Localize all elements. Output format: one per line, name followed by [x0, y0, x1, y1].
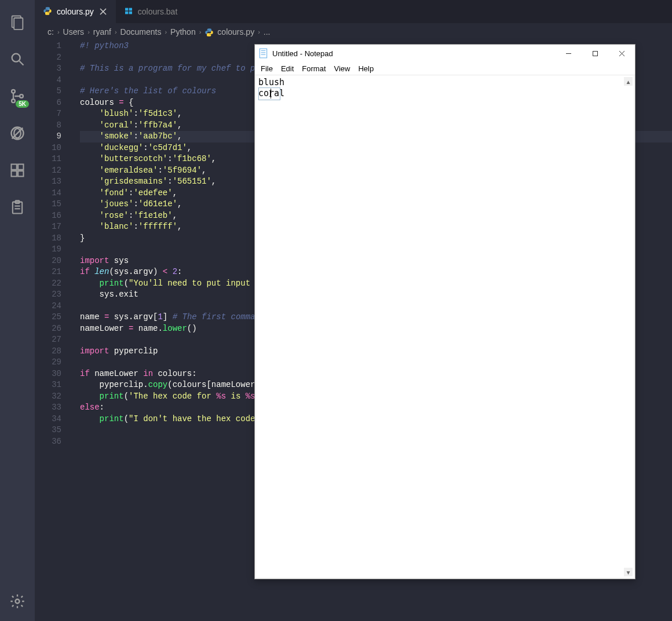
chevron-right-icon: › — [115, 28, 117, 35]
extensions-icon[interactable] — [3, 156, 31, 184]
ibeam-cursor-icon: I — [269, 88, 272, 100]
scm-badge: 5K — [16, 100, 29, 108]
bc-tail[interactable]: ... — [264, 27, 271, 36]
close-button[interactable] — [608, 45, 635, 62]
svg-rect-21 — [125, 8, 128, 10]
text-cursor-selection: I — [258, 87, 280, 100]
windows-file-icon — [124, 6, 133, 17]
svg-rect-30 — [593, 51, 597, 56]
notepad-textarea[interactable]: blush I coral ▴ ▾ — [255, 76, 634, 578]
menu-file[interactable]: File — [257, 63, 276, 74]
bc-seg[interactable]: c: — [48, 27, 54, 36]
menu-format[interactable]: Format — [298, 63, 329, 74]
notepad-window[interactable]: Untitled - Notepad File Edit Format View… — [254, 44, 636, 579]
source-control-icon[interactable]: 5K — [3, 82, 31, 110]
tab-label: colours.bat — [138, 7, 177, 16]
notepad-app-icon — [258, 48, 269, 59]
chevron-right-icon: › — [199, 28, 202, 35]
debug-disabled-icon[interactable] — [3, 119, 31, 147]
chevron-right-icon: › — [165, 28, 167, 35]
svg-rect-11 — [12, 171, 17, 176]
notepad-menubar: File Edit Format View Help — [255, 62, 635, 75]
python-file-icon — [204, 27, 214, 36]
menu-help[interactable]: Help — [355, 63, 377, 74]
notepad-titlebar[interactable]: Untitled - Notepad — [255, 45, 635, 62]
bc-seg[interactable]: Users — [63, 27, 85, 36]
activity-bar: 5K — [0, 0, 35, 621]
bc-seg[interactable]: Documents — [120, 27, 162, 36]
svg-point-4 — [12, 90, 15, 93]
minimize-button[interactable] — [555, 45, 582, 62]
menu-view[interactable]: View — [331, 63, 354, 74]
chevron-right-icon: › — [57, 28, 60, 35]
svg-rect-12 — [18, 171, 23, 176]
python-file-icon — [43, 6, 52, 17]
menu-edit[interactable]: Edit — [277, 63, 297, 74]
notepad-line: blush — [258, 77, 631, 88]
svg-rect-10 — [12, 165, 17, 170]
bc-file[interactable]: colours.py — [217, 27, 254, 36]
svg-rect-13 — [18, 165, 23, 170]
svg-point-2 — [12, 54, 20, 62]
bc-seg[interactable]: ryanf — [93, 27, 111, 36]
bc-seg[interactable]: Python — [170, 27, 196, 36]
scroll-up-button[interactable]: ▴ — [624, 77, 633, 86]
breadcrumbs[interactable]: c:› Users› ryanf› Documents› Python› col… — [35, 23, 672, 41]
svg-rect-1 — [14, 18, 23, 30]
scroll-down-button[interactable]: ▾ — [624, 568, 633, 576]
maximize-button[interactable] — [582, 45, 608, 62]
gear-icon[interactable] — [3, 587, 31, 615]
svg-point-18 — [16, 600, 20, 604]
svg-rect-24 — [129, 11, 132, 14]
svg-rect-22 — [129, 8, 132, 10]
tab-colours-py[interactable]: colours.py — [35, 0, 116, 23]
svg-line-3 — [20, 61, 24, 65]
svg-point-6 — [20, 94, 23, 98]
explorer-icon[interactable] — [3, 8, 31, 36]
notepad-title: Untitled - Notepad — [272, 49, 555, 58]
search-icon[interactable] — [3, 45, 31, 73]
svg-point-5 — [12, 99, 15, 103]
chevron-right-icon: › — [87, 28, 90, 35]
svg-rect-25 — [260, 49, 266, 58]
gutter: 1234567891011121314151617181920212223242… — [35, 41, 73, 621]
divider — [255, 75, 635, 75]
notepad-line: coral — [258, 88, 631, 99]
close-icon[interactable] — [98, 7, 108, 16]
tab-bar: colours.py colours.bat — [35, 0, 672, 23]
tab-colours-bat[interactable]: colours.bat — [116, 0, 185, 23]
svg-rect-23 — [125, 11, 128, 14]
tab-label: colours.py — [57, 7, 94, 16]
clipboard-icon[interactable] — [3, 193, 31, 221]
chevron-right-icon: › — [258, 28, 260, 35]
